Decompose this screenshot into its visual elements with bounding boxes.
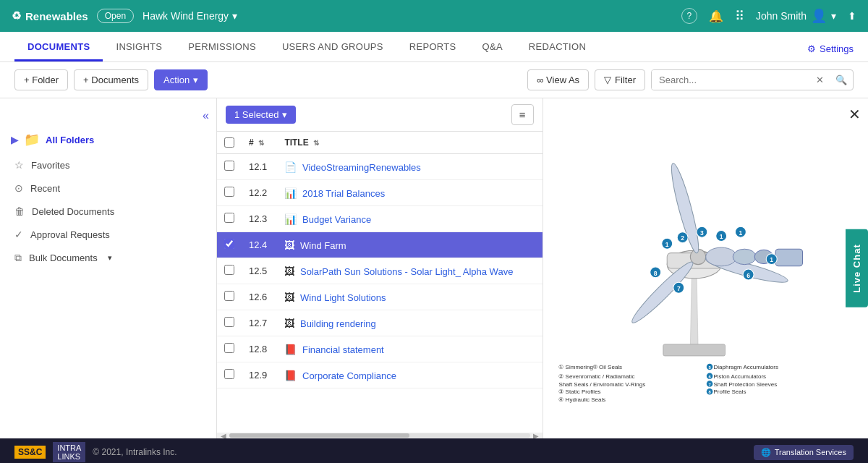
preview-close-button[interactable]: ✕ (848, 106, 861, 123)
doc-link-6[interactable]: Wind Light Solutions (300, 292, 386, 303)
translation-services-button[interactable]: 🌐 Translation Services (754, 445, 854, 460)
file-type-icon-8: 📕 (284, 344, 297, 355)
row-title-2[interactable]: 📊 2018 Trial Balances (277, 180, 542, 206)
num-column-header[interactable]: # ⇅ (242, 132, 277, 154)
live-chat-button[interactable]: Live Chat (846, 229, 868, 307)
doc-list-header: 1 Selected ▾ ≡ (217, 98, 542, 132)
table-row[interactable]: 12.8 📕 Financial statement (217, 336, 542, 362)
svg-text:① Simmering® Oil Seals: ① Simmering® Oil Seals (558, 364, 622, 370)
row-title-6[interactable]: 🖼 Wind Light Solutions (277, 284, 542, 310)
help-icon[interactable]: ? (681, 8, 697, 24)
row-title-8[interactable]: 📕 Financial statement (277, 336, 542, 362)
documents-button[interactable]: + Documents (74, 69, 148, 90)
row-title-4[interactable]: 🖼 Wind Farm (277, 232, 542, 258)
row-checkbox-6[interactable] (224, 291, 234, 301)
doc-link-5[interactable]: SolarPath Sun Solutions - Solar Light_ A… (300, 266, 513, 277)
scroll-right-icon[interactable]: ▶ (533, 432, 539, 439)
collapse-sidebar-button[interactable]: « (203, 109, 209, 122)
search-icon[interactable]: 🔍 (830, 70, 853, 90)
grid-icon[interactable]: ⠿ (735, 8, 744, 24)
sidebar-item-all-folders[interactable]: ▶ 📁 All Folders (0, 126, 216, 153)
select-all-checkbox[interactable] (224, 137, 234, 148)
project-name[interactable]: Hawk Wind Energy ▾ (142, 10, 237, 22)
filter-label: Filter (615, 75, 636, 85)
row-title-1[interactable]: 📄 VideoStreamingRenewables (277, 154, 542, 180)
doc-link-3[interactable]: Budget Variance (302, 214, 371, 225)
row-checkbox-3[interactable] (224, 213, 234, 223)
horizontal-scrollbar[interactable]: ◀ ▶ (217, 433, 542, 438)
svg-point-8 (705, 247, 736, 266)
title-column-header[interactable]: TITLE ⇅ (277, 132, 542, 154)
svg-text:1: 1 (739, 229, 742, 237)
sidebar-item-approval[interactable]: ✓ Approval Requests (0, 223, 216, 246)
row-title-3[interactable]: 📊 Budget Variance (277, 206, 542, 232)
tab-qa[interactable]: Q&A (469, 34, 516, 61)
tab-permissions[interactable]: PERMISSIONS (175, 34, 269, 61)
settings-label: Settings (820, 43, 854, 54)
sidebar-item-recent[interactable]: ⊙ Recent (0, 177, 216, 200)
check-icon: ✓ (14, 229, 23, 240)
translation-label: Translation Services (775, 448, 846, 456)
selected-badge[interactable]: 1 Selected ▾ (226, 106, 296, 124)
row-checkbox-1[interactable] (224, 161, 234, 171)
table-row[interactable]: 12.3 📊 Budget Variance (217, 206, 542, 232)
user-menu[interactable]: John Smith 👤 ▾ (756, 8, 836, 24)
tab-users-groups[interactable]: USERS AND GROUPS (269, 34, 396, 61)
view-as-button[interactable]: ∞ View As (527, 69, 589, 90)
svg-text:Diaphragm Accumulators: Diaphragm Accumulators (713, 364, 778, 370)
row-title-5[interactable]: 🖼 SolarPath Sun Solutions - Solar Light_… (277, 258, 542, 284)
doc-link-8[interactable]: Financial statement (302, 344, 384, 355)
doc-link-4[interactable]: Wind Farm (300, 240, 346, 251)
sidebar-item-deleted[interactable]: 🗑 Deleted Documents (0, 200, 216, 223)
settings-button[interactable]: ⚙ Settings (807, 43, 854, 61)
table-row[interactable]: 12.9 📕 Corporate Compliance (217, 362, 542, 388)
doc-link-7[interactable]: Building rendering (300, 318, 376, 329)
main-navigation: DOCUMENTS INSIGHTS PERMISSIONS USERS AND… (0, 32, 868, 62)
row-checkbox-9[interactable] (224, 369, 234, 379)
table-row[interactable]: 12.6 🖼 Wind Light Solutions (217, 284, 542, 310)
row-num-3: 12.3 (242, 206, 277, 232)
action-button[interactable]: Action ▾ (154, 69, 208, 90)
expand-icon[interactable]: ⬆ (848, 10, 856, 22)
approval-label: Approval Requests (30, 229, 110, 240)
doc-link-9[interactable]: Corporate Compliance (302, 370, 396, 381)
doc-link-2[interactable]: 2018 Trial Balances (302, 188, 385, 199)
list-view-button[interactable]: ≡ (511, 104, 534, 125)
svg-rect-12 (663, 344, 725, 356)
footer: SS&C INTRALINKS © 2021, Intralinks Inc. … (0, 438, 868, 463)
table-row[interactable]: 12.2 📊 2018 Trial Balances (217, 180, 542, 206)
folder-button[interactable]: + Folder (14, 69, 68, 90)
row-checkbox-7[interactable] (224, 317, 234, 327)
brand-icon: ♻ (12, 9, 21, 22)
svg-text:1: 1 (770, 256, 773, 263)
sidebar-item-bulk[interactable]: ⧉ Bulk Documents ▾ (0, 246, 216, 270)
row-checkbox-8[interactable] (224, 343, 234, 353)
settings-icon: ⚙ (807, 43, 816, 54)
table-row[interactable]: 12.5 🖼 SolarPath Sun Solutions - Solar L… (217, 258, 542, 284)
doc-link-1[interactable]: VideoStreamingRenewables (302, 162, 421, 173)
notifications-icon[interactable]: 🔔 (709, 9, 723, 23)
scroll-left-icon[interactable]: ◀ (221, 432, 226, 439)
row-title-9[interactable]: 📕 Corporate Compliance (277, 362, 542, 388)
search-clear-icon[interactable]: ✕ (810, 70, 830, 90)
svg-point-9 (733, 249, 756, 264)
svg-text:Shaft Protection Sleeves: Shaft Protection Sleeves (713, 381, 777, 388)
tab-redaction[interactable]: REDACTION (516, 34, 599, 61)
preview-panel: ✕ 1 2 (543, 98, 869, 438)
row-checkbox-4[interactable] (224, 239, 234, 249)
tab-reports[interactable]: REPORTS (396, 34, 469, 61)
row-checkbox-5[interactable] (224, 265, 234, 275)
filter-button[interactable]: ▽ Filter (595, 69, 645, 90)
sidebar-item-favorites[interactable]: ☆ Favorites (0, 153, 216, 177)
row-checkbox-2[interactable] (224, 187, 234, 197)
table-row[interactable]: 12.1 📄 VideoStreamingRenewables (217, 154, 542, 180)
row-title-7[interactable]: 🖼 Building rendering (277, 310, 542, 336)
svg-text:1: 1 (665, 241, 668, 248)
table-row[interactable]: 12.4 🖼 Wind Farm (217, 232, 542, 258)
search-input[interactable] (652, 70, 810, 90)
translation-icon: 🌐 (761, 448, 771, 457)
tab-documents[interactable]: DOCUMENTS (14, 34, 103, 61)
table-row[interactable]: 12.7 🖼 Building rendering (217, 310, 542, 336)
selected-chevron-icon: ▾ (282, 109, 287, 120)
tab-insights[interactable]: INSIGHTS (103, 34, 175, 61)
